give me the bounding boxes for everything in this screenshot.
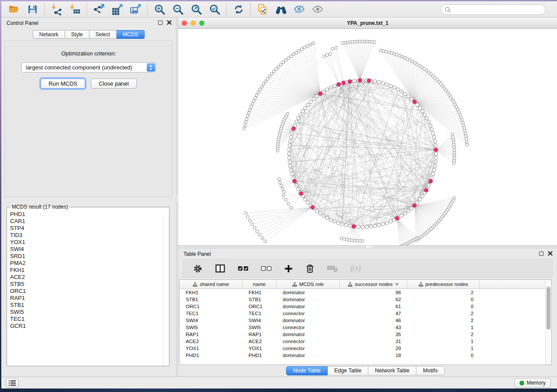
zoom-in-button[interactable] xyxy=(150,2,169,17)
network-node[interactable] xyxy=(415,103,419,107)
network-node[interactable] xyxy=(385,221,389,225)
network-node[interactable] xyxy=(249,219,252,222)
network-node[interactable] xyxy=(315,209,318,213)
table-cell[interactable]: 1 xyxy=(407,346,480,351)
table-row[interactable]: ACE2ACE2connector311 xyxy=(180,338,551,345)
splitter-handle[interactable] xyxy=(365,245,373,248)
network-node[interactable] xyxy=(298,49,301,52)
task-history-button[interactable] xyxy=(6,378,19,388)
network-node[interactable] xyxy=(277,178,280,181)
close-panel-icon[interactable] xyxy=(167,20,172,25)
network-node[interactable] xyxy=(245,117,248,120)
network-node[interactable] xyxy=(282,194,285,197)
network-node[interactable] xyxy=(284,198,287,201)
network-node[interactable] xyxy=(389,84,392,88)
table-row[interactable]: ORC1ORC1dominator610 xyxy=(180,303,551,310)
create-column-button[interactable] xyxy=(284,264,293,273)
table-cell[interactable]: 96 xyxy=(340,290,407,295)
table-cell[interactable]: SWI5 xyxy=(180,325,242,330)
network-mcds-node[interactable] xyxy=(413,100,417,104)
table-row[interactable]: SWI5SWI5connector431 xyxy=(180,324,551,331)
network-node[interactable] xyxy=(281,187,284,190)
network-node[interactable] xyxy=(415,201,419,204)
network-node[interactable] xyxy=(246,114,249,117)
table-cell[interactable]: dominator xyxy=(277,353,340,358)
network-node[interactable] xyxy=(288,144,291,147)
network-node[interactable] xyxy=(261,237,264,240)
network-node[interactable] xyxy=(340,237,343,240)
network-node[interactable] xyxy=(369,225,373,228)
table-cell[interactable]: dominator xyxy=(277,297,340,302)
tab-network-table[interactable]: Network Table xyxy=(368,366,416,375)
table-cell[interactable]: connector xyxy=(277,325,340,330)
tab-node-table[interactable]: Node Table xyxy=(286,366,328,375)
network-node[interactable] xyxy=(341,222,344,226)
network-node[interactable] xyxy=(465,140,468,143)
network-node[interactable] xyxy=(382,49,385,52)
table-cell[interactable]: ORC1 xyxy=(180,304,242,309)
network-node[interactable] xyxy=(423,113,426,117)
network-mcds-node[interactable] xyxy=(293,179,297,183)
table-cell[interactable]: 0 xyxy=(407,297,480,302)
network-mcds-node[interactable] xyxy=(367,79,371,83)
table-cell[interactable]: YOX1 xyxy=(180,346,242,351)
network-node[interactable] xyxy=(289,136,293,139)
table-cell[interactable]: ORC1 xyxy=(242,304,277,309)
network-mcds-node[interactable] xyxy=(311,206,315,210)
network-node[interactable] xyxy=(304,106,307,110)
mcds-result-item[interactable]: SWI4 xyxy=(10,246,169,253)
network-node[interactable] xyxy=(254,96,257,100)
tab-motifs[interactable]: Motifs xyxy=(416,366,444,375)
network-node[interactable] xyxy=(309,100,312,103)
node-table[interactable]: shared namenameMCDS rolesuccessor nodesp… xyxy=(179,279,552,365)
network-node[interactable] xyxy=(337,221,340,225)
mcds-result-item[interactable]: STB5 xyxy=(10,281,169,288)
table-cell[interactable]: 18 xyxy=(340,353,407,358)
network-node[interactable] xyxy=(407,209,410,213)
network-node[interactable] xyxy=(434,156,438,159)
float-panel-icon[interactable] xyxy=(158,21,163,25)
table-row[interactable]: PHD1PHD1dominator180 xyxy=(180,352,551,359)
network-node[interactable] xyxy=(464,129,467,132)
network-node[interactable] xyxy=(335,46,338,49)
network-node[interactable] xyxy=(255,93,258,96)
network-node[interactable] xyxy=(303,46,306,49)
network-node[interactable] xyxy=(389,220,392,223)
network-node[interactable] xyxy=(264,240,267,243)
network-node[interactable] xyxy=(410,97,413,101)
network-node[interactable] xyxy=(452,162,455,165)
network-node[interactable] xyxy=(288,164,292,168)
table-cell[interactable]: 62 xyxy=(340,297,407,302)
tab-edge-table[interactable]: Edge Table xyxy=(328,366,368,375)
table-row[interactable]: SWI4SWI4dominator462 xyxy=(180,317,551,324)
network-node[interactable] xyxy=(291,132,294,135)
mcds-result-item[interactable]: CAR1 xyxy=(10,218,169,225)
close-panel-button[interactable]: Close panel xyxy=(91,79,137,89)
network-node[interactable] xyxy=(290,206,293,209)
export-network-button[interactable] xyxy=(90,2,108,17)
network-node[interactable] xyxy=(432,136,436,139)
network-node[interactable] xyxy=(287,57,290,60)
network-node[interactable] xyxy=(291,172,294,176)
network-node[interactable] xyxy=(252,100,255,103)
network-node[interactable] xyxy=(304,198,307,201)
table-cell[interactable]: 43 xyxy=(340,325,407,330)
network-mcds-node[interactable] xyxy=(337,83,341,86)
network-node[interactable] xyxy=(329,86,332,89)
mcds-result-item[interactable]: STB1 xyxy=(10,302,169,309)
network-node[interactable] xyxy=(256,230,259,233)
network-mcds-node[interactable] xyxy=(352,224,356,228)
mcds-result-item[interactable]: SWI5 xyxy=(10,309,169,316)
network-node[interactable] xyxy=(259,88,262,91)
network-node[interactable] xyxy=(381,82,385,85)
table-cell[interactable]: RAP1 xyxy=(180,332,242,337)
mcds-result-item[interactable]: ORC1 xyxy=(10,288,169,295)
network-node[interactable] xyxy=(365,225,368,229)
table-scrollbar[interactable] xyxy=(545,280,551,364)
network-node[interactable] xyxy=(268,75,271,78)
network-node[interactable] xyxy=(421,110,424,113)
network-node[interactable] xyxy=(280,184,283,187)
mcds-result-item[interactable]: GCR1 xyxy=(10,323,169,330)
network-node[interactable] xyxy=(244,121,247,124)
network-node[interactable] xyxy=(287,152,291,155)
